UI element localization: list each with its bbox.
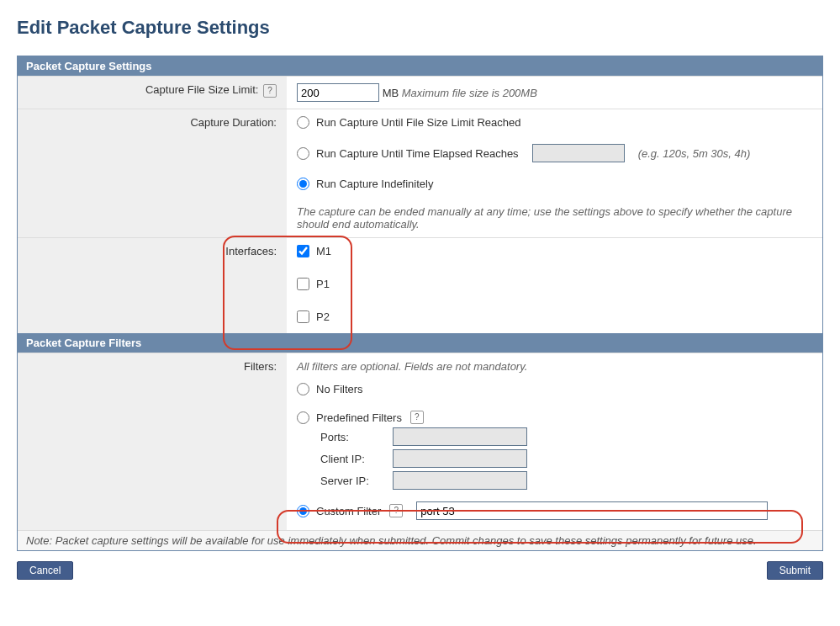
client-ip-label: Client IP: [320,453,393,465]
file-size-hint: Maximum file size is 200MB [402,87,537,99]
server-ip-label: Server IP: [320,475,393,487]
radio-time-elapsed[interactable] [297,147,309,160]
footer-note: Note: Packet capture settings will be av… [18,530,822,550]
checkbox-m1-label: M1 [316,245,331,257]
time-elapsed-hint: (e.g. 120s, 5m 30s, 4h) [638,147,751,160]
radio-predefined[interactable] [297,411,309,424]
radio-no-filters-label: No Filters [316,383,363,395]
interfaces-label: Interfaces: [18,238,287,333]
cancel-button[interactable]: Cancel [17,561,73,580]
radio-indefinite-label: Run Capture Indefinitely [316,178,433,190]
radio-indefinite[interactable] [297,178,309,190]
radio-size-limit-label: Run Capture Until File Size Limit Reache… [316,116,521,129]
server-ip-input[interactable] [393,471,527,490]
button-bar: Cancel Submit [17,561,823,580]
radio-predefined-label: Predefined Filters [316,411,402,424]
help-icon[interactable]: ? [389,504,403,517]
predefined-group: Ports: Client IP: Server IP: [320,427,812,490]
submit-button[interactable]: Submit [767,561,823,580]
ports-input[interactable] [393,427,527,446]
radio-custom[interactable] [297,505,309,517]
filters-header: Packet Capture Filters [18,333,822,353]
checkbox-p2-label: P2 [316,310,330,323]
settings-header: Packet Capture Settings [18,56,822,76]
checkbox-p1-label: P1 [316,278,330,290]
checkbox-m1[interactable] [297,245,309,257]
page-title: Edit Packet Capture Settings [17,17,823,39]
checkbox-p2[interactable] [297,310,309,323]
row-file-size: Capture File Size Limit: ? MB Maximum fi… [18,76,822,109]
help-icon[interactable]: ? [263,84,277,98]
row-duration: Capture Duration: Run Capture Until File… [18,109,822,237]
duration-note: The capture can be ended manually at any… [297,205,812,231]
file-size-unit: MB [383,87,399,99]
filters-label: Filters: [18,353,287,530]
radio-no-filters[interactable] [297,383,309,395]
help-icon[interactable]: ? [410,411,424,424]
ports-label: Ports: [320,431,393,443]
row-interfaces: Interfaces: M1 P1 P2 [18,237,822,333]
radio-time-elapsed-label: Run Capture Until Time Elapsed Reaches [316,147,519,160]
radio-custom-label: Custom Filter [316,505,381,517]
filters-hint: All filters are optional. Fields are not… [297,360,812,373]
duration-label: Capture Duration: [18,109,287,237]
custom-filter-input[interactable] [416,501,768,520]
time-elapsed-input[interactable] [532,144,625,162]
client-ip-input[interactable] [393,449,527,468]
file-size-input[interactable] [297,83,379,102]
settings-panel: Packet Capture Settings Capture File Siz… [17,56,823,551]
row-filters: Filters: All filters are optional. Field… [18,353,822,530]
file-size-label: Capture File Size Limit: ? [18,77,287,109]
radio-size-limit[interactable] [297,116,309,129]
checkbox-p1[interactable] [297,278,309,290]
